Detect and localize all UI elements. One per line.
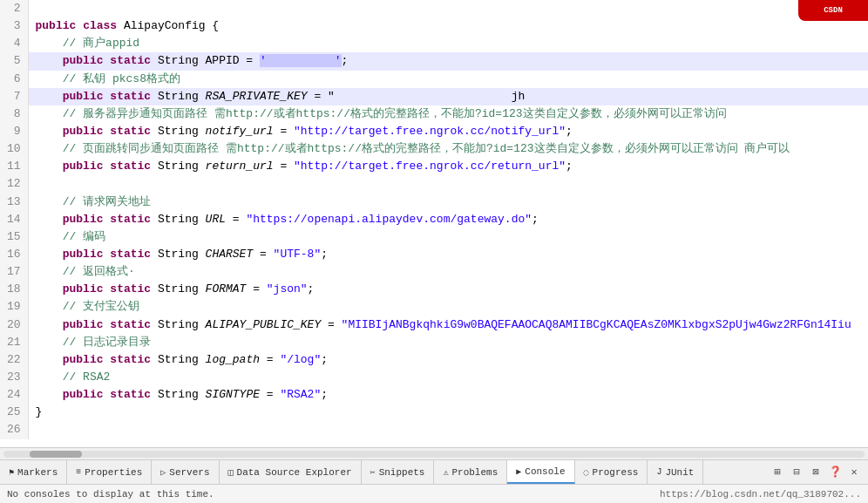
status-bar: No consoles to display at this time. htt… bbox=[0, 484, 868, 503]
line-code: public static String notify_url = "http:… bbox=[28, 123, 868, 140]
code-table: 2 3public class AlipayConfig {4 // 商户app… bbox=[0, 0, 868, 439]
tab-problems[interactable]: ⚠Problems bbox=[434, 460, 507, 484]
line-code: // 服务器异步通知页面路径 需http://或者https://格式的完整路径… bbox=[28, 105, 868, 123]
tab-action-btn[interactable]: ✕ bbox=[847, 466, 861, 479]
tab-properties[interactable]: ≡Properties bbox=[67, 460, 152, 484]
line-code: // 页面跳转同步通知页面路径 需http://或者https://格式的完整路… bbox=[28, 140, 868, 158]
status-left: No consoles to display at this time. bbox=[7, 489, 214, 500]
tab-icon: ▷ bbox=[160, 467, 166, 478]
tab-action-btn[interactable]: ⊟ bbox=[790, 466, 804, 479]
tab-console[interactable]: ▶Console bbox=[507, 460, 574, 484]
scrollbar-track[interactable] bbox=[3, 451, 865, 458]
table-row: 9 public static String notify_url = "htt… bbox=[0, 123, 868, 140]
table-row: 22 public static String log_path = "/log… bbox=[0, 351, 868, 369]
table-row: 16 public static String CHARSET = "UTF-8… bbox=[0, 246, 868, 263]
table-row: 17 // 返回格式· bbox=[0, 263, 868, 281]
tab-label: Properties bbox=[85, 467, 142, 478]
line-code: public static String CHARSET = "UTF-8"; bbox=[28, 246, 868, 263]
table-row: 2 bbox=[0, 0, 868, 17]
tab-icon: ◫ bbox=[228, 467, 234, 478]
line-number: 18 bbox=[0, 281, 28, 298]
table-row: 25} bbox=[0, 404, 868, 421]
table-row: 19 // 支付宝公钥 bbox=[0, 298, 868, 316]
code-editor: CSDN 2 3public class AlipayConfig {4 // … bbox=[0, 0, 868, 459]
line-number: 11 bbox=[0, 158, 28, 175]
line-code: public static String URL = "https://open… bbox=[28, 211, 868, 228]
code-content[interactable]: 2 3public class AlipayConfig {4 // 商户app… bbox=[0, 0, 868, 447]
line-code: // 商户appid bbox=[28, 35, 868, 52]
line-number: 26 bbox=[0, 421, 28, 438]
line-number: 12 bbox=[0, 175, 28, 193]
line-number: 14 bbox=[0, 211, 28, 228]
tab-icon: ✂ bbox=[370, 467, 376, 478]
line-number: 13 bbox=[0, 194, 28, 211]
table-row: 26 bbox=[0, 421, 868, 438]
line-code: // 编码 bbox=[28, 228, 868, 246]
horizontal-scrollbar[interactable] bbox=[0, 447, 868, 459]
tab-snippets[interactable]: ✂Snippets bbox=[362, 460, 435, 484]
line-code: public static String APPID = ' '; bbox=[28, 52, 868, 70]
line-code bbox=[28, 0, 868, 17]
tab-label: Progress bbox=[593, 467, 639, 478]
line-code: // 日志记录目录 bbox=[28, 334, 868, 351]
line-number: 10 bbox=[0, 140, 28, 158]
line-number: 21 bbox=[0, 334, 28, 351]
line-code: // RSA2 bbox=[28, 369, 868, 386]
tab-label: Markers bbox=[17, 467, 58, 478]
line-number: 25 bbox=[0, 404, 28, 421]
line-number: 19 bbox=[0, 298, 28, 316]
line-code: public static String log_path = "/log"; bbox=[28, 351, 868, 369]
line-number: 20 bbox=[0, 316, 28, 334]
tab-icon: ⚠ bbox=[443, 467, 448, 478]
table-row: 12 bbox=[0, 175, 868, 193]
line-code: } bbox=[28, 404, 868, 421]
table-row: 10 // 页面跳转同步通知页面路径 需http://或者https://格式的… bbox=[0, 140, 868, 158]
line-code: public static String RSA_PRIVATE_KEY = "… bbox=[28, 88, 868, 105]
line-code: public static String SIGNTYPE = "RSA2"; bbox=[28, 386, 868, 404]
tab-icon: ⚑ bbox=[9, 467, 14, 478]
line-number: 6 bbox=[0, 71, 28, 88]
table-row: 13 // 请求网关地址 bbox=[0, 194, 868, 211]
line-code: public static String ALIPAY_PUBLIC_KEY =… bbox=[28, 316, 868, 334]
line-number: 23 bbox=[0, 369, 28, 386]
line-number: 4 bbox=[0, 35, 28, 52]
line-code bbox=[28, 421, 868, 438]
logo-text: CSDN bbox=[824, 6, 843, 15]
tab-icon: ≡ bbox=[76, 467, 81, 477]
tab-data-source-explorer[interactable]: ◫Data Source Explorer bbox=[220, 460, 362, 484]
tab-action-btn[interactable]: ⊠ bbox=[809, 466, 823, 479]
status-right: https://blog.csdn.net/qq_3189702... bbox=[660, 489, 861, 500]
line-code: // 请求网关地址 bbox=[28, 194, 868, 211]
table-row: 3public class AlipayConfig { bbox=[0, 17, 868, 35]
table-row: 8 // 服务器异步通知页面路径 需http://或者https://格式的完整… bbox=[0, 105, 868, 123]
line-number: 9 bbox=[0, 123, 28, 140]
table-row: 24 public static String SIGNTYPE = "RSA2… bbox=[0, 386, 868, 404]
scrollbar-thumb[interactable] bbox=[30, 451, 82, 458]
status-url: https://blog.csdn.net/qq_3189702... bbox=[660, 489, 861, 500]
tab-action-btn[interactable]: ⊞ bbox=[770, 466, 784, 479]
tab-junit[interactable]: JJUnit bbox=[648, 460, 703, 484]
tab-label: Servers bbox=[169, 467, 209, 478]
line-number: 3 bbox=[0, 17, 28, 35]
line-number: 7 bbox=[0, 88, 28, 105]
tab-icon: ▶ bbox=[516, 466, 521, 477]
table-row: 23 // RSA2 bbox=[0, 369, 868, 386]
line-number: 8 bbox=[0, 105, 28, 123]
tab-action-btn[interactable]: ❓ bbox=[828, 466, 842, 479]
line-code: // 私钥 pkcs8格式的 bbox=[28, 71, 868, 88]
tab-progress[interactable]: ◌Progress bbox=[575, 460, 648, 484]
table-row: 14 public static String URL = "https://o… bbox=[0, 211, 868, 228]
table-row: 7 public static String RSA_PRIVATE_KEY =… bbox=[0, 88, 868, 105]
bottom-tab-bar: ⚑Markers≡Properties▷Servers◫Data Source … bbox=[0, 459, 868, 484]
line-number: 17 bbox=[0, 263, 28, 281]
line-code: public static String FORMAT = "json"; bbox=[28, 281, 868, 298]
tab-label: Problems bbox=[451, 467, 498, 478]
line-number: 24 bbox=[0, 386, 28, 404]
table-row: 15 // 编码 bbox=[0, 228, 868, 246]
tab-servers[interactable]: ▷Servers bbox=[152, 460, 219, 484]
line-number: 22 bbox=[0, 351, 28, 369]
table-row: 5 public static String APPID = ' '; bbox=[0, 52, 868, 70]
table-row: 21 // 日志记录目录 bbox=[0, 334, 868, 351]
tab-markers[interactable]: ⚑Markers bbox=[0, 460, 67, 484]
table-row: 4 // 商户appid bbox=[0, 35, 868, 52]
